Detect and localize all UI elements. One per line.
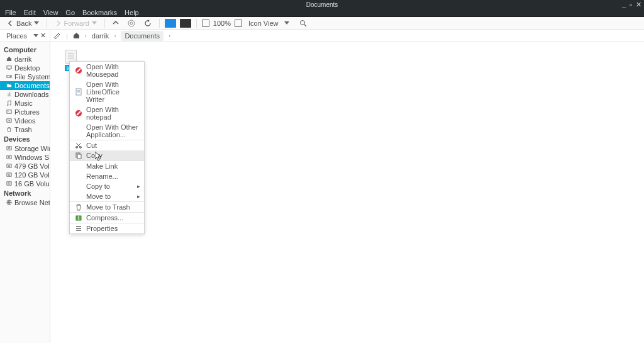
trash-icon — [6, 126, 12, 133]
search-button[interactable] — [297, 18, 309, 28]
svg-rect-6 — [7, 76, 11, 78]
ctx-compress[interactable]: Compress... — [70, 213, 144, 223]
ctx-label: Cut — [86, 142, 97, 149]
chevron-right-icon: › — [169, 33, 170, 39]
copy-icon — [75, 152, 82, 159]
red-circle-icon — [75, 67, 82, 74]
sidebar-item-label: Documents — [14, 82, 50, 89]
sidebar-item-downloads[interactable]: Downloads — [0, 90, 50, 99]
svg-rect-8 — [7, 110, 11, 113]
ctx-open-with-mousepad[interactable]: Open With Mousepad — [70, 62, 144, 79]
menu-bookmarks[interactable]: Bookmarks — [82, 9, 117, 16]
sidebar-item-label: 16 GB Volu... — [14, 180, 50, 188]
svg-point-9 — [8, 111, 8, 111]
sidebar-item-120-gb-volume[interactable]: 120 GB Volume — [0, 171, 50, 179]
breadcrumb-item[interactable]: Documents — [121, 31, 164, 41]
video-icon — [6, 117, 12, 125]
sidebar-item-trash[interactable]: Trash — [0, 125, 50, 134]
forward-button[interactable]: Forward — [52, 18, 99, 28]
menu-file[interactable]: File — [5, 9, 16, 16]
sidebar-item-documents[interactable]: Documents — [0, 81, 50, 90]
separator — [196, 19, 197, 28]
folder-icon — [6, 82, 12, 89]
compress-icon — [75, 214, 82, 222]
ctx-copy[interactable]: Copy — [70, 150, 144, 160]
ctx-label: Open With Mousepad — [86, 63, 139, 78]
window-maximize-button[interactable]: ▫ — [630, 1, 632, 9]
view-mode-selector[interactable]: Icon View — [246, 18, 281, 28]
window-minimize-button[interactable]: _ — [622, 1, 626, 9]
menu-view[interactable]: View — [43, 9, 58, 16]
ctx-open-with-notepad[interactable]: Open With notepad — [70, 104, 144, 122]
back-label: Back — [16, 20, 31, 27]
ctx-properties[interactable]: Properties — [70, 223, 144, 233]
svg-rect-17 — [7, 173, 11, 176]
places-toggle[interactable]: Places ✕ — [0, 30, 50, 42]
sidebar-item-479-gb-volume[interactable]: 479 GB Volume — [0, 162, 50, 171]
zoom-in-button[interactable] — [235, 20, 242, 27]
properties-icon — [75, 225, 82, 232]
ctx-make-link[interactable]: Make Link — [70, 161, 144, 171]
ctx-cut[interactable]: Cut — [70, 140, 144, 150]
download-icon — [6, 91, 12, 98]
chevron-down-icon[interactable] — [284, 21, 289, 25]
menu-help[interactable]: Help — [125, 9, 139, 16]
zoom-level: 100% — [213, 20, 231, 27]
ctx-label: Open With LibreOffice Writer — [86, 81, 139, 103]
sidebar-item-pictures[interactable]: Pictures — [0, 108, 50, 116]
red-circle-icon — [75, 110, 82, 117]
window-close-button[interactable]: ✕ — [636, 1, 641, 9]
sidebar-item-label: Trash — [14, 126, 32, 133]
sidebar-item-desktop[interactable]: Desktop — [0, 64, 50, 72]
sidebar-item-music[interactable]: Music — [0, 99, 50, 108]
close-icon[interactable]: ✕ — [40, 31, 46, 40]
reload-button[interactable] — [142, 18, 154, 28]
places-label: Places — [6, 32, 27, 40]
content-area[interactable]: test Open With MousepadOpen With LibreOf… — [50, 42, 644, 343]
menu-edit[interactable]: Edit — [24, 9, 36, 16]
sidebar-item-darrik[interactable]: darrik — [0, 55, 50, 64]
sidebar-section-header: Computer — [0, 45, 50, 55]
reload-icon — [144, 20, 152, 27]
ctx-rename[interactable]: Rename... — [70, 171, 144, 181]
ctx-move-to-trash[interactable]: Move to Trash — [70, 202, 144, 212]
home-button[interactable] — [125, 18, 138, 28]
svg-point-0 — [128, 20, 135, 26]
sidebar-item-windows-ssd-sto-[interactable]: Windows SSD sto... — [0, 153, 50, 162]
desktop-icon — [6, 64, 12, 72]
sidebar-item-label: Desktop — [14, 64, 40, 72]
breadcrumb-home[interactable] — [73, 32, 80, 39]
sidebar-item-16-gb-volu-[interactable]: 16 GB Volu...▲ — [0, 179, 50, 188]
sidebar-item-storage-windows[interactable]: Storage Windows — [0, 144, 50, 153]
ctx-open-with-other-application[interactable]: Open With Other Application... — [70, 122, 144, 140]
back-button[interactable]: Back — [5, 18, 42, 28]
zoom-out-button[interactable] — [202, 20, 209, 27]
toolbar: Back Forward 100% Icon View — [0, 17, 644, 30]
ctx-label: Open With notepad — [86, 106, 139, 121]
breadcrumb-item[interactable]: darrik — [92, 32, 109, 40]
ctx-label: Copy — [86, 152, 103, 159]
pictures-icon — [6, 108, 12, 116]
disk-icon — [6, 145, 12, 152]
sidebar-item-videos[interactable]: Videos — [0, 116, 50, 125]
chevron-right-icon: ▸ — [137, 183, 140, 189]
svg-rect-34 — [77, 154, 81, 159]
sidebar-item-browse-network[interactable]: Browse Network — [0, 198, 50, 207]
up-button[interactable] — [110, 19, 121, 28]
home-icon — [6, 55, 12, 63]
view-terminal-button[interactable] — [180, 19, 191, 28]
sidebar-section-header: Network — [0, 188, 50, 198]
ctx-copy-to[interactable]: Copy to▸ — [70, 181, 144, 191]
menu-go[interactable]: Go — [65, 9, 75, 16]
view-icons-button[interactable] — [165, 19, 176, 28]
ctx-move-to[interactable]: Move to▸ — [70, 191, 144, 201]
arrow-left-icon — [8, 20, 14, 26]
network-icon — [6, 199, 12, 206]
svg-point-2 — [301, 20, 305, 25]
svg-point-20 — [8, 183, 10, 184]
drive-icon — [6, 73, 12, 81]
ctx-open-with-libreoffice-writer[interactable]: Open With LibreOffice Writer — [70, 79, 144, 104]
edit-path-icon[interactable] — [54, 32, 61, 39]
ctx-label: Make Link — [86, 162, 118, 170]
sidebar-item-file-system[interactable]: File System — [0, 72, 50, 81]
